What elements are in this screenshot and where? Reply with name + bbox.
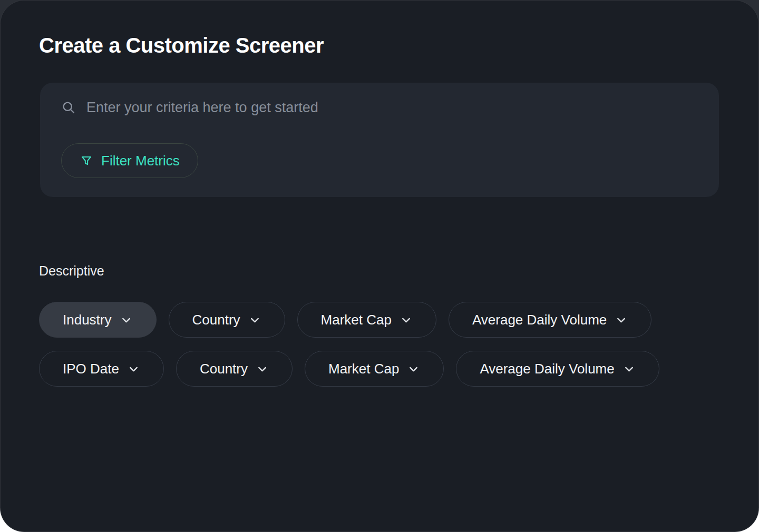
filter-pills: Industry Country Market Cap Average Dail…: [39, 302, 720, 387]
chevron-down-icon: [256, 362, 269, 376]
filter-pill-average-daily-volume[interactable]: Average Daily Volume: [456, 351, 659, 387]
criteria-search-panel: Filter Metrics: [40, 83, 719, 197]
search-row: [61, 95, 698, 120]
filter-pill-ipo-date[interactable]: IPO Date: [39, 351, 164, 387]
chevron-down-icon: [622, 362, 636, 376]
chevron-down-icon: [248, 313, 261, 327]
chevron-down-icon: [120, 313, 133, 327]
chevron-down-icon: [407, 362, 420, 376]
filter-pill-row: IPO Date Country Market Cap Average Dail…: [39, 351, 720, 387]
pill-label: Market Cap: [321, 312, 392, 328]
pill-label: Average Daily Volume: [472, 312, 607, 328]
chevron-down-icon: [615, 313, 628, 327]
pill-label: Country: [192, 312, 240, 328]
pill-label: Country: [200, 361, 248, 377]
filter-pill-row: Industry Country Market Cap Average Dail…: [39, 302, 720, 338]
pill-label: Industry: [63, 312, 112, 328]
pill-label: Market Cap: [328, 361, 399, 377]
filter-pill-country[interactable]: Country: [176, 351, 293, 387]
page-title: Create a Customize Screener: [39, 32, 720, 58]
filter-metrics-label: Filter Metrics: [101, 153, 180, 169]
filter-pill-industry[interactable]: Industry: [39, 302, 157, 338]
pill-label: IPO Date: [63, 361, 119, 377]
filter-metrics-button[interactable]: Filter Metrics: [61, 143, 198, 178]
search-icon: [61, 100, 76, 115]
filter-pill-average-daily-volume[interactable]: Average Daily Volume: [449, 302, 651, 338]
chevron-down-icon: [127, 362, 140, 376]
filter-pill-market-cap[interactable]: Market Cap: [297, 302, 436, 338]
criteria-search-input[interactable]: [86, 100, 698, 116]
pill-label: Average Daily Volume: [480, 361, 614, 377]
filter-pill-market-cap[interactable]: Market Cap: [305, 351, 444, 387]
chevron-down-icon: [400, 313, 413, 327]
filter-pill-country[interactable]: Country: [169, 302, 285, 338]
screener-card: Create a Customize Screener Filter Metri…: [0, 0, 759, 532]
funnel-filter-icon: [80, 154, 93, 168]
section-label-descriptive: Descriptive: [39, 263, 720, 279]
